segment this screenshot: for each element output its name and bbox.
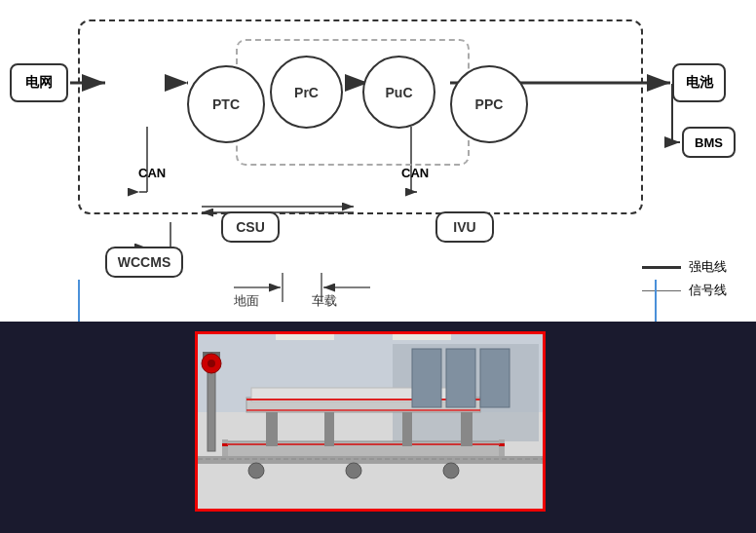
prc-label: PrC — [294, 85, 319, 100]
ground-label: 地面 — [234, 292, 259, 310]
can-left-label: CAN — [138, 166, 166, 180]
thin-line-sample — [642, 290, 681, 291]
svg-point-44 — [248, 463, 264, 478]
battery-node: 电池 — [672, 63, 726, 102]
svg-point-45 — [346, 463, 361, 478]
wccms-label: WCCMS — [118, 254, 170, 270]
svg-rect-42 — [198, 456, 543, 464]
svg-rect-34 — [402, 412, 412, 446]
bms-label: BMS — [695, 135, 723, 150]
ivu-component: IVU — [435, 211, 494, 243]
photo-svg — [198, 334, 543, 509]
svg-point-41 — [208, 360, 215, 367]
legend-thick-label: 强电线 — [689, 258, 727, 276]
prc-component: PrC — [270, 56, 343, 129]
ppc-label: PPC — [475, 96, 504, 112]
elec-network-node: 电网 — [10, 63, 68, 102]
can-right-label: CAN — [401, 166, 429, 180]
legend-thin-label: 信号线 — [689, 282, 727, 299]
svg-rect-31 — [266, 412, 278, 446]
ptc-label: PTC — [212, 96, 240, 112]
diagram-area: 电网 电池 BMS PTC PrC PuC PPC CAN — [0, 0, 756, 322]
svg-rect-48 — [446, 349, 475, 407]
svg-point-46 — [443, 463, 459, 478]
main-system-box: PTC PrC PuC PPC CAN CAN CSU IVU — [78, 19, 643, 214]
ppc-component: PPC — [450, 65, 528, 143]
svg-rect-51 — [393, 334, 451, 340]
puc-label: PuC — [386, 85, 413, 100]
csu-component: CSU — [221, 211, 280, 243]
svg-rect-33 — [324, 412, 334, 446]
wccms-component: WCCMS — [105, 247, 183, 278]
battery-label: 电池 — [686, 74, 713, 92]
puc-component: PuC — [362, 56, 435, 129]
csu-label: CSU — [236, 219, 265, 235]
elec-network-label: 电网 — [25, 74, 53, 92]
svg-rect-32 — [461, 412, 472, 446]
svg-rect-50 — [276, 334, 334, 340]
svg-rect-47 — [412, 349, 441, 407]
ivu-label: IVU — [453, 219, 475, 235]
thick-line-sample — [642, 266, 681, 269]
legend-thick-line: 强电线 — [642, 258, 727, 276]
vehicle-label: 车载 — [312, 292, 337, 310]
photo-simulation — [198, 334, 543, 509]
equipment-photo — [195, 331, 546, 512]
ptc-component: PTC — [187, 65, 265, 143]
bms-node: BMS — [682, 127, 736, 158]
svg-rect-49 — [480, 349, 510, 407]
